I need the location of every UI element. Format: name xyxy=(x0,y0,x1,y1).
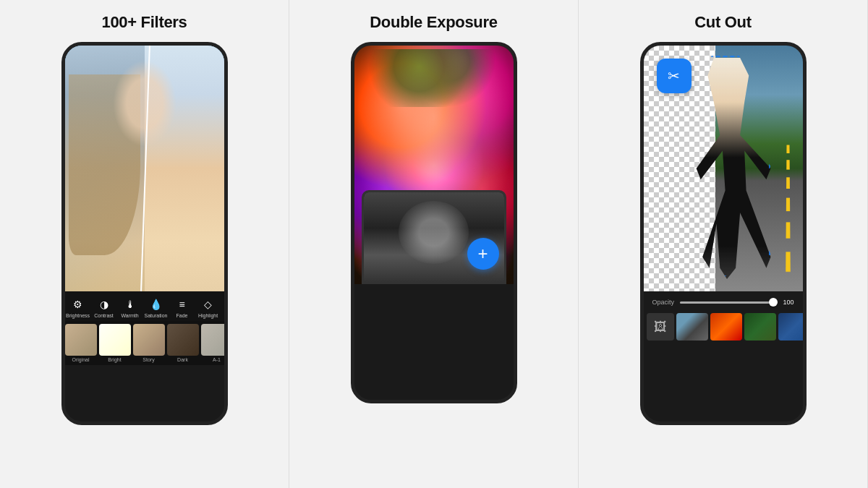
highlight-tool[interactable]: ◇ Highlight xyxy=(195,297,221,318)
filter-bright-label: Bright xyxy=(99,357,131,362)
filter-original-preview xyxy=(65,324,97,356)
adjustments-toolbar: ⚙ Brightness ◑ Contrast 🌡 Warmth 💧 Satur… xyxy=(65,291,224,321)
shadow-tool[interactable]: 🌑 Shadow xyxy=(221,297,224,318)
highlight-label: Highlight xyxy=(198,313,218,318)
warmth-icon: 🌡 xyxy=(123,297,137,312)
highlight-icon: ◇ xyxy=(201,297,216,312)
brightness-tool[interactable]: ⚙ Brightness xyxy=(65,297,91,318)
contrast-icon: ◑ xyxy=(97,297,111,312)
filters-title: 100+ Filters xyxy=(101,13,187,32)
filter-bright-thumb xyxy=(99,324,131,356)
gallery-icon: 🖼 xyxy=(654,320,667,335)
face-area xyxy=(113,60,176,147)
gallery-thumb-1[interactable] xyxy=(676,313,708,341)
cutout-panel: Cut Out ✂ Opacity xyxy=(579,0,868,488)
filter-story[interactable]: Story xyxy=(133,324,165,362)
fade-tool[interactable]: ≡ Fade xyxy=(169,297,195,318)
saturation-tool[interactable]: 💧 Saturation xyxy=(143,297,169,318)
brightness-icon: ⚙ xyxy=(71,297,85,312)
opacity-label: Opacity xyxy=(652,299,675,306)
filter-dark-label: Dark xyxy=(167,357,199,362)
phone-frame-1: ⚙ Brightness ◑ Contrast 🌡 Warmth 💧 Satur… xyxy=(61,42,228,425)
filter-bright[interactable]: Bright xyxy=(99,324,131,362)
fade-label: Fade xyxy=(176,313,188,318)
road-line xyxy=(786,145,791,282)
gallery-thumb-2[interactable] xyxy=(710,313,742,341)
filter-original-label: Original xyxy=(65,357,97,362)
cutout-photo-area: ✂ xyxy=(644,46,803,291)
filter-dark-preview xyxy=(167,324,199,356)
double-exposure-panel: Double Exposure + xyxy=(289,0,579,488)
opacity-control: Opacity 100 xyxy=(644,291,803,310)
opacity-value: 100 xyxy=(783,299,793,306)
filter-dark-thumb xyxy=(167,324,199,356)
filter-original-thumb xyxy=(65,324,97,356)
add-photo-button[interactable]: + xyxy=(467,238,499,270)
phone-frame-3: ✂ Opacity 100 🖼 xyxy=(640,42,807,425)
double-exposure-title: Double Exposure xyxy=(370,13,497,32)
gallery-icon-button[interactable]: 🖼 xyxy=(647,313,674,341)
filter-dark[interactable]: Dark xyxy=(167,324,199,362)
warmth-label: Warmth xyxy=(121,313,138,318)
filters-panel: 100+ Filters ⚙ Brightness ◑ Contra xyxy=(0,0,289,488)
saturation-icon: 💧 xyxy=(149,297,163,312)
plus-icon: + xyxy=(477,244,488,264)
filter-original[interactable]: Original xyxy=(65,324,97,362)
gallery-thumb-4[interactable] xyxy=(778,313,803,341)
filter-photo-area xyxy=(65,46,224,291)
app-icon: ✂ xyxy=(657,59,692,93)
gallery-thumb-3[interactable] xyxy=(744,313,776,341)
phone-screen-3: ✂ Opacity 100 🖼 xyxy=(644,46,803,345)
filter-bright-preview xyxy=(99,324,131,356)
slider-fill xyxy=(680,301,773,304)
leaves-accent xyxy=(358,49,510,107)
filter-strip: Original Bright Story xyxy=(65,321,224,365)
cutout-title: Cut Out xyxy=(694,13,752,32)
filter-a1-preview xyxy=(201,324,224,356)
opacity-slider[interactable] xyxy=(680,301,777,304)
phone-screen-2: + xyxy=(354,46,514,284)
warmth-tool[interactable]: 🌡 Warmth xyxy=(117,297,143,318)
lower-face xyxy=(399,201,469,264)
secondary-photo-panel[interactable] xyxy=(362,190,506,284)
contrast-label: Contrast xyxy=(94,313,113,318)
filter-story-label: Story xyxy=(133,357,165,362)
filter-story-thumb xyxy=(133,324,165,356)
phone-frame-2: + xyxy=(351,42,517,403)
filter-a1[interactable]: A-1 xyxy=(201,324,224,362)
filter-a1-label: A-1 xyxy=(201,357,224,362)
filter-a1-thumb xyxy=(201,324,224,356)
double-exposure-area: + xyxy=(354,46,514,284)
scissors-icon: ✂ xyxy=(668,67,680,85)
brightness-label: Brightness xyxy=(66,313,90,318)
saturation-label: Saturation xyxy=(145,313,168,318)
fade-icon: ≡ xyxy=(175,297,190,312)
filter-story-preview xyxy=(133,324,165,356)
contrast-tool[interactable]: ◑ Contrast xyxy=(91,297,117,318)
slider-thumb[interactable] xyxy=(769,298,778,307)
gallery-strip: 🖼 xyxy=(644,310,803,345)
phone-screen-1: ⚙ Brightness ◑ Contrast 🌡 Warmth 💧 Satur… xyxy=(65,46,224,365)
